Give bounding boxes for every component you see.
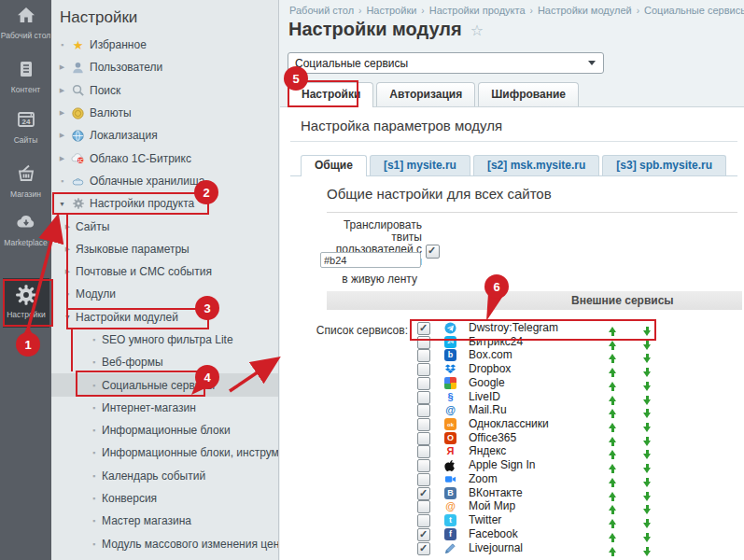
service-checkbox[interactable] [417,363,430,376]
service-checkbox[interactable] [417,349,430,362]
dropbox-icon [444,363,456,375]
breadcrumb-item-0[interactable]: Рабочий стол [289,5,354,16]
divider [290,141,737,142]
menu-item-17[interactable]: ▪Информационные блоки [51,419,278,441]
breadcrumb: Рабочий стол›Настройки›Настройки продукт… [289,5,744,16]
service-checkbox[interactable] [417,445,430,458]
cloud-storage-icon [70,174,86,189]
bullet-icon: ▪ [89,516,99,525]
rail-item-5[interactable]: Настройки [3,278,49,328]
menu-item-21[interactable]: ▪Мастер магазина [51,510,278,532]
menu-item-6[interactable]: ▪Облачные хранилища [51,170,278,192]
apple-icon [444,459,456,471]
menu-item-label: Облачные хранилища [90,175,205,188]
menu-item-5[interactable]: ▶1CОблако 1С-Битрикс [51,147,278,169]
menu-item-22[interactable]: ▪Модуль массового изменения цен по фильт… [51,533,278,555]
menu-item-15[interactable]: ▪Социальные сервисы [51,373,278,396]
menu-item-label: Мастер магазина [102,514,191,527]
service-checkbox[interactable] [417,542,430,555]
bullet-icon: ▪ [89,494,99,503]
menu-item-14[interactable]: ▪Веб-формы [51,351,278,373]
menu-item-4[interactable]: ▶Локализация [51,124,278,147]
rail-item-0[interactable]: Рабочий стол [0,4,51,40]
menu-item-20[interactable]: ▪Конверсия [51,487,278,510]
service-row-5: §LiveID [411,390,681,404]
menu-item-label: Календарь событий [102,469,205,483]
menu-item-label: Модули [76,287,116,301]
module-select-value: Социальные сервисы [295,57,408,70]
service-checkbox[interactable] [417,500,430,513]
chevron-collapsed-icon: ▶ [57,63,67,71]
box-icon: b [444,349,456,361]
move-down-icon[interactable] [643,547,652,556]
cloud-1c-icon: 1C [70,151,86,166]
rail-item-label: Настройки [3,310,49,319]
service-name: Dropbox [469,362,511,376]
moy-mir-icon: @ [444,500,456,512]
service-checkbox[interactable] [417,391,430,404]
service-name: Мой Мир [469,499,515,513]
menu-item-label: Языковые параметры [76,243,190,256]
tweet-hashtag-checkbox[interactable] [426,245,440,259]
bullet-icon: ▪ [89,381,99,390]
menu-item-8[interactable]: ▶Сайты [51,215,278,237]
rail-item-1[interactable]: Контент [0,58,51,94]
service-checkbox[interactable] [417,459,430,472]
service-checkbox[interactable] [417,514,430,527]
menu-item-18[interactable]: ▪Информационные блоки, инструменты [51,441,278,464]
menu-item-9[interactable]: ▶Языковые параметры [51,238,278,260]
breadcrumb-item-4[interactable]: Социальные сервисы [644,5,744,16]
hashtag-input[interactable] [320,252,421,268]
twitter-icon: t [444,514,456,526]
service-checkbox[interactable] [417,418,430,431]
favorite-star-icon[interactable]: ☆ [470,22,484,38]
breadcrumb-item-3[interactable]: Настройки модулей [538,5,632,16]
service-checkbox[interactable] [417,487,430,500]
rail-item-label: Marketplace [0,238,51,247]
menu-item-11[interactable]: ▪Модули [51,283,278,305]
menu-item-19[interactable]: ▪Календарь событий [51,465,278,487]
rail-item-2[interactable]: 24Сайты [0,108,51,145]
service-name: Livejournal [469,541,523,555]
rail-item-4[interactable]: Marketplace [0,211,51,247]
menu-item-13[interactable]: ▪SEO умного фильтра Lite [51,329,278,351]
service-checkbox[interactable] [417,404,430,417]
service-name: LiveID [469,390,500,404]
home-icon [0,4,51,28]
menu-item-3[interactable]: ▶Валюты [51,102,278,124]
menu-item-16[interactable]: ▪Интернет-магазин [51,397,278,419]
service-checkbox[interactable] [417,432,430,445]
menu-item-label: Избранное [90,38,147,51]
site-tab-2[interactable]: [s2] msk.mysite.ru [473,155,599,175]
module-select[interactable]: Социальные сервисы [288,52,604,74]
menu-item-2[interactable]: ▶Поиск [51,79,278,102]
service-checkbox[interactable] [417,528,430,541]
site-tab-0[interactable]: Общие [301,155,367,176]
site-tab-1[interactable]: [s1] mysite.ru [370,155,470,175]
menu-item-label: Локализация [90,129,158,142]
tab-0[interactable]: Настройки [288,82,373,107]
service-name: Яндекс [469,444,506,458]
breadcrumb-item-1[interactable]: Настройки [366,5,416,16]
move-up-icon[interactable] [609,547,617,556]
menu-item-1[interactable]: ▶Пользователи [51,56,278,78]
service-checkbox[interactable] [417,473,430,486]
rail-item-3[interactable]: Магазин [0,162,51,199]
menu-item-0[interactable]: ▪★Избранное [51,34,278,56]
service-checkbox[interactable] [417,336,430,349]
user-icon [70,60,86,75]
site-tab-3[interactable]: [s3] spb.mysite.ru [602,155,726,175]
breadcrumb-item-2[interactable]: Настройки продукта [429,5,526,16]
bitrix-admin-app: Рабочий столКонтент24СайтыМагазинMarketp… [0,0,744,560]
service-checkbox[interactable] [417,377,430,390]
tab-2[interactable]: Шифрование [478,82,579,106]
service-checkbox[interactable] [417,322,430,335]
service-row-6: @Mail.Ru [411,403,681,417]
service-name: Одноклассники [469,417,549,431]
menu-item-10[interactable]: ▶Почтовые и СМС события [51,260,278,283]
menu-item-12[interactable]: ▼Настройки модулей [51,306,278,329]
tab-1[interactable]: Авторизация [376,82,475,106]
menu-item-7[interactable]: ▼Настройки продукта [51,192,278,215]
service-row-3: Dropbox [411,362,681,376]
breadcrumb-separator-icon: › [358,6,361,16]
